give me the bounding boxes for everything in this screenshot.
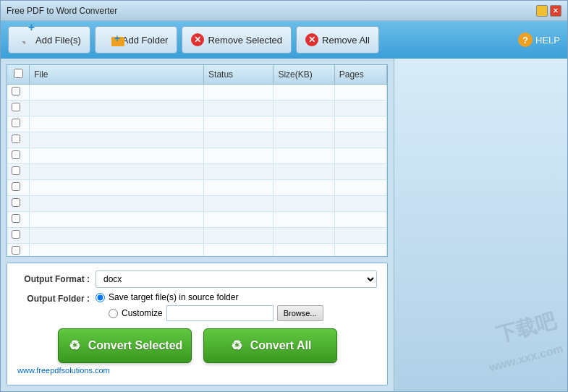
table-row xyxy=(7,164,387,180)
file-table: File Status Size(KB) Pages xyxy=(7,65,387,257)
row-checkbox[interactable] xyxy=(12,166,20,175)
table-row xyxy=(7,101,387,116)
right-sidebar: 下载吧 www.xxx.com xyxy=(394,59,567,391)
customize-radio-row: Customize Browse... xyxy=(96,305,323,321)
title-bar: Free PDF to Word Converter ✕ xyxy=(1,1,567,21)
row-checkbox[interactable] xyxy=(12,246,20,255)
convert-buttons-row: ♻ Convert Selected ♻ Convert All xyxy=(17,328,377,363)
customize-radio[interactable] xyxy=(109,309,118,318)
output-format-row: Output Format : docx doc rtf txt xyxy=(17,270,377,288)
header-checkbox-cell xyxy=(7,65,30,85)
convert-all-recycle-icon: ♻ xyxy=(229,338,245,354)
convert-selected-recycle-icon: ♻ xyxy=(67,338,82,354)
help-button[interactable]: ? HELP xyxy=(518,33,560,47)
source-folder-radio-row: Save target file(s) in source folder xyxy=(96,292,323,302)
add-files-label: Add File(s) xyxy=(35,35,81,46)
header-pages: Pages xyxy=(334,65,386,85)
footer-link[interactable]: www.freepdfsolutions.com xyxy=(17,366,377,375)
header-status: Status xyxy=(204,65,274,85)
browse-button[interactable]: Browse... xyxy=(277,305,323,321)
convert-all-button[interactable]: ♻ Convert All xyxy=(203,328,337,363)
row-checkbox[interactable] xyxy=(12,150,20,159)
toolbar: + Add File(s) + Add Folder ✕ Remove Sele… xyxy=(1,21,567,59)
table-row xyxy=(7,244,387,257)
header-size: Size(KB) xyxy=(274,65,334,85)
add-folder-label: Add Folder xyxy=(122,35,169,46)
main-window: Free PDF to Word Converter ✕ + Add File(… xyxy=(0,0,568,392)
table-body xyxy=(7,85,387,257)
options-panel: Output Format : docx doc rtf txt Output … xyxy=(7,263,388,385)
row-checkbox[interactable] xyxy=(12,103,20,111)
window-title: Free PDF to Word Converter xyxy=(7,6,536,16)
table-row xyxy=(7,132,387,148)
remove-all-x-icon: ✕ xyxy=(305,33,318,46)
table-row xyxy=(7,180,387,196)
convert-selected-label: Convert Selected xyxy=(88,339,183,352)
help-icon: ? xyxy=(518,33,533,47)
remove-selected-x-icon: ✕ xyxy=(191,33,204,46)
output-folder-row: Output Folder : Save target file(s) in s… xyxy=(17,292,377,321)
table-header-row: File Status Size(KB) Pages xyxy=(7,65,387,85)
add-folder-button[interactable]: + Add Folder xyxy=(95,26,178,54)
minimize-button[interactable] xyxy=(536,5,548,17)
left-panel: File Status Size(KB) Pages xyxy=(1,59,394,391)
customize-label: Customize xyxy=(122,308,163,318)
table-row xyxy=(7,116,387,132)
row-checkbox[interactable] xyxy=(12,182,20,191)
row-checkbox[interactable] xyxy=(12,198,20,207)
row-checkbox[interactable] xyxy=(12,230,20,239)
row-checkbox[interactable] xyxy=(12,119,20,127)
table-row xyxy=(7,148,387,164)
main-content: File Status Size(KB) Pages xyxy=(1,59,567,391)
help-label: HELP xyxy=(535,35,560,46)
header-file: File xyxy=(30,65,204,85)
convert-all-label: Convert All xyxy=(250,339,312,352)
remove-selected-icon-wrapper: ✕ xyxy=(191,33,204,46)
file-table-wrapper: File Status Size(KB) Pages xyxy=(7,64,388,257)
table-row xyxy=(7,85,387,101)
remove-all-icon-wrapper: ✕ xyxy=(305,33,318,46)
table-row xyxy=(7,228,387,244)
plus-icon: + xyxy=(28,22,35,33)
remove-selected-label: Remove Selected xyxy=(208,35,282,46)
source-folder-radio[interactable] xyxy=(96,293,105,302)
remove-all-label: Remove All xyxy=(322,35,370,46)
select-all-checkbox[interactable] xyxy=(14,69,23,78)
remove-selected-button[interactable]: ✕ Remove Selected xyxy=(182,26,292,54)
table-row xyxy=(7,196,387,212)
convert-selected-button[interactable]: ♻ Convert Selected xyxy=(58,328,192,363)
row-checkbox[interactable] xyxy=(12,214,20,223)
remove-all-button[interactable]: ✕ Remove All xyxy=(296,26,379,54)
source-folder-label: Save target file(s) in source folder xyxy=(109,292,238,302)
sidebar-watermark: 下载吧 www.xxx.com xyxy=(478,308,565,379)
window-controls: ✕ xyxy=(536,5,561,17)
format-select[interactable]: docx doc rtf txt xyxy=(96,270,377,288)
add-file-icon xyxy=(24,41,25,43)
add-files-button[interactable]: + Add File(s) xyxy=(8,26,90,54)
customize-path-input[interactable] xyxy=(166,305,274,321)
output-format-label: Output Format : xyxy=(17,274,90,284)
output-folder-label: Output Folder : xyxy=(17,292,90,304)
table-row xyxy=(7,212,387,228)
row-checkbox[interactable] xyxy=(12,135,20,143)
row-checkbox[interactable] xyxy=(12,87,20,95)
close-button[interactable]: ✕ xyxy=(550,5,561,17)
radio-group: Save target file(s) in source folder Cus… xyxy=(96,292,323,321)
folder-plus-icon: + xyxy=(114,33,120,43)
